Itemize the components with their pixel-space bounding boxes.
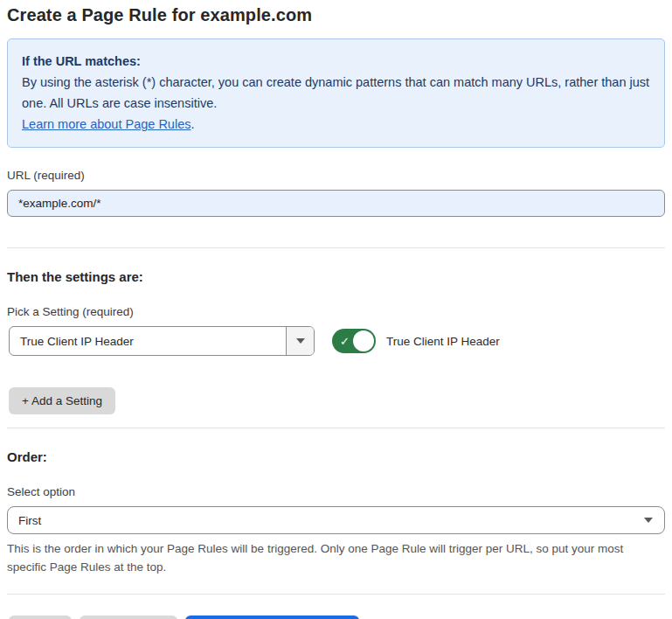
order-section-heading: Order: <box>7 449 665 464</box>
check-icon: ✓ <box>340 336 350 347</box>
divider <box>7 428 665 428</box>
toggle-knob <box>353 330 374 351</box>
add-setting-button[interactable]: + Add a Setting <box>9 387 115 414</box>
order-help-text: This is the order in which your Page Rul… <box>7 539 665 576</box>
order-select-caret <box>633 518 664 523</box>
cancel-button[interactable]: Cancel <box>9 616 72 619</box>
url-field-label: URL (required) <box>7 169 665 182</box>
info-box-heading: If the URL matches: <box>22 51 650 72</box>
toggle-label: True Client IP Header <box>386 335 500 348</box>
order-select-label: Select option <box>7 485 665 498</box>
divider <box>7 247 665 248</box>
divider <box>7 594 665 595</box>
setting-picker-label: Pick a Setting (required) <box>7 305 665 318</box>
form-actions: Cancel Save as Draft Save and Deploy Pag… <box>9 616 665 619</box>
link-suffix: . <box>191 117 194 131</box>
order-select-value: First <box>8 514 633 527</box>
learn-more-link[interactable]: Learn more about Page Rules <box>22 117 191 131</box>
chevron-down-icon <box>644 518 653 523</box>
page-title: Create a Page Rule for example.com <box>7 5 665 25</box>
save-draft-button[interactable]: Save as Draft <box>80 616 177 619</box>
setting-select[interactable]: True Client IP Header <box>9 326 315 356</box>
url-input[interactable] <box>7 190 665 217</box>
setting-row: True Client IP Header ✓ True Client IP H… <box>7 326 665 356</box>
info-box-body: By using the asterisk (*) character, you… <box>22 72 650 114</box>
url-match-info-box: If the URL matches: By using the asteris… <box>7 38 665 148</box>
setting-select-value: True Client IP Header <box>10 335 286 348</box>
setting-select-dropdown-button[interactable] <box>286 327 314 355</box>
create-page-rule-form: Create a Page Rule for example.com If th… <box>0 0 672 619</box>
setting-toggle-group: ✓ True Client IP Header <box>332 329 500 353</box>
settings-section-heading: Then the settings are: <box>7 269 665 284</box>
chevron-down-icon <box>296 338 305 344</box>
info-box-link-line: Learn more about Page Rules. <box>22 114 650 135</box>
save-deploy-button[interactable]: Save and Deploy Page Rule <box>185 616 360 619</box>
true-client-ip-toggle[interactable]: ✓ <box>332 329 376 353</box>
order-select[interactable]: First <box>7 506 665 534</box>
